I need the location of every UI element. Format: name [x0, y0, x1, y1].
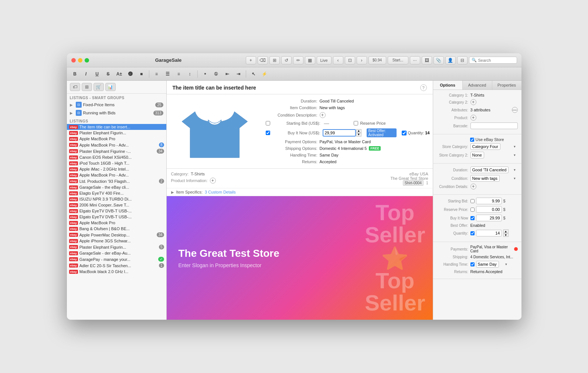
product-add[interactable]: + — [470, 115, 476, 121]
listing-item-4[interactable]: ebay Plaster Elephant Figurine -... 34 — [67, 148, 166, 154]
align-left-button[interactable]: ≡ — [152, 69, 162, 79]
fontsize-button[interactable]: A± — [114, 69, 125, 79]
quantity-down[interactable]: ▼ — [503, 233, 509, 237]
align-center-button[interactable]: ☰ — [163, 69, 173, 79]
highlight-button[interactable]: ■ — [136, 69, 147, 79]
live-button[interactable]: Live — [317, 56, 332, 64]
handling-panel-checkbox[interactable] — [470, 262, 475, 266]
starting-bid-panel-checkbox[interactable] — [470, 199, 475, 203]
prev-button[interactable]: ‹ — [333, 56, 343, 64]
listing-item-0[interactable]: ebay The item title can be insert... — [67, 124, 166, 130]
buy-it-now-input[interactable] — [323, 129, 356, 137]
buy-it-now-up[interactable]: ▲ — [356, 129, 361, 133]
listing-item-11[interactable]: ebay Elagto EyeTV 400 Fire... — [67, 190, 166, 196]
sidebar-item-fixed-price[interactable]: ▶ ⊟ Fixed-Price Items 25 — [67, 101, 166, 109]
close-button[interactable] — [71, 58, 76, 63]
tab-properties[interactable]: Properties — [492, 81, 521, 90]
category2-add[interactable]: + — [470, 99, 476, 105]
listing-item-18[interactable]: ebay Apple PowerMac Desktop... 34 — [67, 232, 166, 238]
listing-item-8[interactable]: ebay Apple MacBook Pro - Adv... — [67, 172, 166, 178]
listing-item-3[interactable]: ebay Apple MacBook Pro - Adv... 8 — [67, 142, 166, 148]
layout-button[interactable]: ▦ — [305, 56, 315, 64]
store-category2-select[interactable]: None — [470, 152, 484, 158]
search-bar[interactable]: 🔍 — [469, 57, 517, 64]
grid-button[interactable]: ⊞ — [269, 56, 280, 64]
quantity-panel-checkbox[interactable] — [470, 231, 475, 235]
special-button[interactable]: ⚡ — [259, 69, 270, 79]
edit-button[interactable]: ✏ — [293, 56, 303, 64]
price-button[interactable]: $0.94 — [368, 56, 386, 64]
listing-item-13[interactable]: ebay 2006 Mini Cooper..Save T... — [67, 202, 166, 208]
condition-details-add[interactable]: + — [470, 184, 476, 189]
indent-button[interactable]: ⇥ — [233, 69, 244, 79]
maximize-button[interactable] — [85, 58, 89, 63]
sidebar-tag-icon[interactable]: 🏷 — [70, 83, 80, 91]
italic-button[interactable]: I — [81, 69, 91, 79]
next-button[interactable]: › — [357, 56, 367, 64]
image-button[interactable]: 🖼 — [422, 56, 432, 64]
reserve-price-panel-checkbox[interactable] — [470, 208, 475, 212]
sidebar-grid-icon[interactable]: ⊞ — [82, 83, 92, 91]
profile-button[interactable]: 👤 — [445, 56, 456, 64]
handling-select[interactable]: Same Day — [476, 261, 499, 268]
buy-it-now-panel-input[interactable] — [476, 215, 502, 221]
product-info-add[interactable]: + — [210, 178, 216, 184]
listing-item-9[interactable]: ebay Ltd. Production '93 Flagsh... 2 — [67, 178, 166, 184]
help-button[interactable]: ? — [420, 84, 427, 91]
num-list-button[interactable]: ① — [211, 69, 221, 79]
sidebar-chart-icon[interactable]: 📊 — [105, 83, 116, 91]
listing-item-14[interactable]: ebay Elgato EyeTV DVB-T USB-... — [67, 208, 166, 214]
listing-item-7[interactable]: ebay Apple iMac - 2.0GHz Intel... — [67, 166, 166, 172]
tab-advanced[interactable]: Advanced — [463, 81, 492, 90]
listing-item-20[interactable]: ebay Plaster Elephant Figurin... 5 — [67, 244, 166, 250]
minimize-button[interactable] — [78, 58, 82, 63]
listing-item-12[interactable]: ebay ISUZU NPR 3.9 TURBO Di... — [67, 196, 166, 202]
use-ebay-store-checkbox[interactable] — [470, 138, 474, 142]
duration-select[interactable]: Good 'Til Canceled — [470, 167, 509, 173]
buy-it-now-panel-checkbox[interactable] — [470, 216, 475, 220]
listing-item-22[interactable]: ebay GaragePay - manage your... ✓ — [67, 256, 166, 262]
listing-item-16[interactable]: ebay Apple MacBook Pro — [67, 220, 166, 226]
search-input[interactable] — [478, 58, 514, 63]
add-button[interactable]: + — [246, 56, 256, 64]
lineheight-button[interactable]: ↕ — [185, 69, 195, 79]
tab-options[interactable]: Options — [433, 81, 463, 90]
listing-item-1[interactable]: ebay Plaster Elephant Figurin... — [67, 130, 166, 136]
fontcolor-button[interactable]: 🅐 — [125, 69, 136, 79]
starting-bid-panel-input[interactable] — [476, 198, 502, 204]
listing-item-24[interactable]: ebay MacBook black 2.0 GHz l... — [67, 269, 166, 275]
listing-item-5[interactable]: ebay Canon EOS Rebel XSi/450... — [67, 154, 166, 160]
attach-button[interactable]: 📎 — [434, 56, 444, 64]
listing-item-10[interactable]: ebay GarageSale - the eBay cli... — [67, 184, 166, 190]
buy-it-now-down[interactable]: ▼ — [356, 133, 361, 137]
listing-item-2[interactable]: ebay Apple MacBook Pro — [67, 136, 166, 142]
sidebar-item-running-bids[interactable]: ▶ ⊟ Running with Bids 313 — [67, 109, 166, 117]
condition-desc-add[interactable]: + — [320, 112, 326, 118]
cursor-button[interactable]: ↖ — [248, 69, 259, 79]
barcode-input[interactable] — [470, 122, 518, 129]
listing-item-19[interactable]: ebay Apple iPhone 3GS Schwar... — [67, 238, 166, 244]
buy-it-now-checkbox[interactable] — [266, 131, 270, 135]
listing-item-17[interactable]: ebay Bang & Olufsen | B&O BE... — [67, 226, 166, 232]
delete-button[interactable]: ⌫ — [258, 56, 268, 64]
listing-item-23[interactable]: ebay Adler EC 20-S Sir Taschen... 1 — [67, 262, 166, 269]
underline-button[interactable]: U — [92, 69, 102, 79]
attributes-remove[interactable]: — — [512, 107, 518, 113]
outdent-button[interactable]: ⇤ — [222, 69, 232, 79]
strikethrough-button[interactable]: S — [103, 69, 113, 79]
quantity-checkbox[interactable] — [402, 131, 407, 135]
store-category-select[interactable]: Category Four — [470, 143, 500, 150]
listing-item-6[interactable]: ebay iPod Touch 16GB - High T... — [67, 160, 166, 166]
align-right-button[interactable]: ≡ — [174, 69, 184, 79]
sidebar-cart-icon[interactable]: 🛒 — [94, 83, 104, 91]
template-grid-button[interactable]: ⊡ — [345, 56, 355, 64]
starting-bid-checkbox[interactable] — [266, 121, 270, 125]
reserve-price-checkbox[interactable] — [354, 121, 358, 125]
quantity-up[interactable]: ▲ — [503, 229, 509, 233]
listing-item-15[interactable]: ebay Elgato EyeTV DVB-T USB-... — [67, 214, 166, 220]
bullet-list-button[interactable]: ⁍ — [200, 69, 210, 79]
quantity-panel-input[interactable] — [476, 230, 502, 236]
layout2-button[interactable]: ⊟ — [457, 56, 468, 64]
bold-button[interactable]: B — [70, 69, 80, 79]
refresh-button[interactable]: ↺ — [281, 56, 292, 64]
